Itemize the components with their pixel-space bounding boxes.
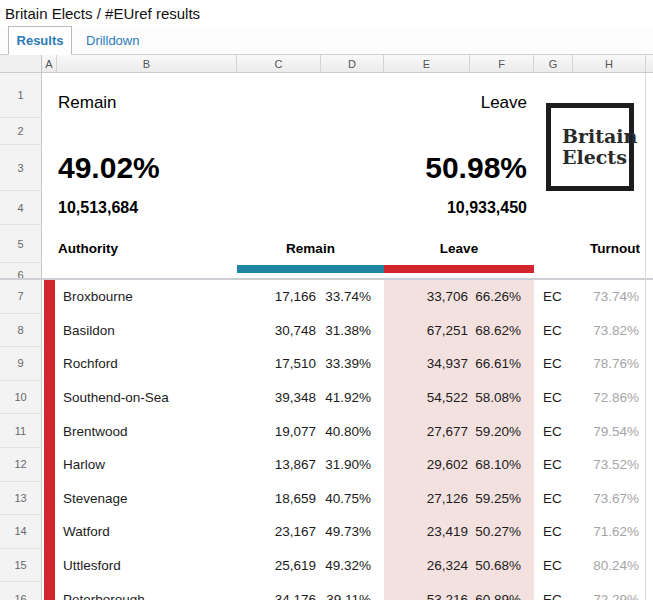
region-cell: EC [534, 448, 573, 482]
turnout-cell: 73.52% [573, 448, 646, 482]
red-indicator-bar [44, 482, 55, 516]
turnout-cell: 73.74% [573, 280, 646, 314]
turnout-cell: 73.67% [573, 482, 646, 516]
region-cell: EC [534, 280, 573, 314]
sheet-tab-strip: Results Drilldown [0, 26, 653, 55]
turnout-cell: 80.24% [573, 549, 646, 583]
region-cell: EC [534, 549, 573, 583]
remain-votes-total: 10,513,684 [58, 199, 138, 217]
table-row: 7 Broxbourne 17,166 33.74% 33,706 66.26%… [0, 280, 653, 314]
red-indicator-bar [44, 314, 55, 348]
right-gridline [645, 73, 646, 600]
remain-votes-cell: 17,166 [237, 280, 321, 314]
row-number: 4 [0, 191, 42, 225]
authority-indicator-cell [42, 347, 57, 381]
table-row: 15 Uttlesford 25,619 49.32% 26,324 50.68… [0, 549, 653, 583]
region-cell: EC [534, 381, 573, 415]
authority-cell: Stevenage [57, 482, 237, 516]
column-header-e: E [384, 55, 470, 72]
remain-votes-cell: 30,748 [237, 314, 321, 348]
empty-cell [646, 482, 653, 516]
sheet-titlebar: Britain Elects / #EUref results [0, 0, 653, 26]
empty-cell [646, 582, 653, 600]
authority-indicator-cell [42, 448, 57, 482]
page-title: Britain Elects / #EUref results [5, 5, 200, 22]
remain-pct-cell: 40.75% [321, 482, 384, 516]
remain-votes-cell: 19,077 [237, 414, 321, 448]
red-indicator-bar [44, 448, 55, 482]
table-body: 7 Broxbourne 17,166 33.74% 33,706 66.26%… [0, 280, 653, 600]
remain-votes-cell: 23,167 [237, 515, 321, 549]
column-header-row: A B C D E F G H [0, 55, 653, 73]
leave-pct-cell: 60.89% [470, 582, 534, 600]
authority-cell: Uttlesford [57, 549, 237, 583]
empty-cell [646, 515, 653, 549]
leave-votes-cell: 26,324 [384, 549, 470, 583]
remain-votes-cell: 18,659 [237, 482, 321, 516]
column-header-partial [646, 55, 653, 72]
red-indicator-bar [44, 549, 55, 583]
empty-cell [646, 381, 653, 415]
authority-indicator-cell [42, 314, 57, 348]
column-header-h: H [573, 55, 646, 72]
leave-pct-cell: 50.27% [470, 515, 534, 549]
leave-pct-cell: 68.10% [470, 448, 534, 482]
remain-label: Remain [58, 93, 117, 113]
leave-pct-cell: 66.26% [470, 280, 534, 314]
leave-votes-cell: 53,216 [384, 582, 470, 600]
remain-pct-cell: 41.92% [321, 381, 384, 415]
table-row: 16 Peterborough 34,176 39.11% 53,216 60.… [0, 582, 653, 600]
authority-cell: Southend-on-Sea [57, 381, 237, 415]
remain-votes-cell: 34,176 [237, 582, 321, 600]
authority-cell: Peterborough [57, 582, 237, 600]
leave-votes-cell: 67,251 [384, 314, 470, 348]
leave-pct-cell: 58.08% [470, 381, 534, 415]
turnout-cell: 79.54% [573, 414, 646, 448]
leave-votes-cell: 23,419 [384, 515, 470, 549]
table-row: 12 Harlow 13,867 31.90% 29,602 68.10% EC… [0, 448, 653, 482]
authority-indicator-cell [42, 482, 57, 516]
table-row: 13 Stevenage 18,659 40.75% 27,126 59.25%… [0, 482, 653, 516]
empty-cell [646, 414, 653, 448]
column-header-f: F [470, 55, 534, 72]
row-number: 5 [0, 225, 42, 263]
logo-line-1: Britain [562, 126, 629, 147]
authority-indicator-cell [42, 582, 57, 600]
leave-votes-cell: 33,706 [384, 280, 470, 314]
authority-indicator-cell [42, 381, 57, 415]
row-number: 3 [0, 145, 42, 191]
authority-cell: Broxbourne [57, 280, 237, 314]
column-header-g: G [534, 55, 573, 72]
remain-pct-cell: 31.90% [321, 448, 384, 482]
leave-votes-cell: 27,677 [384, 414, 470, 448]
remain-percent: 49.02% [58, 151, 160, 185]
tab-results[interactable]: Results [8, 26, 72, 55]
column-header-a: A [42, 55, 57, 72]
row-number: 16 [0, 582, 42, 600]
tab-drilldown[interactable]: Drilldown [72, 26, 153, 54]
column-header-d: D [321, 55, 384, 72]
empty-cell [646, 347, 653, 381]
table-row: 14 Watford 23,167 49.73% 23,419 50.27% E… [0, 515, 653, 549]
empty-cell [646, 314, 653, 348]
remain-pct-cell: 49.73% [321, 515, 384, 549]
table-row: 11 Brentwood 19,077 40.80% 27,677 59.20%… [0, 414, 653, 448]
authority-cell: Brentwood [57, 414, 237, 448]
empty-cell [646, 280, 653, 314]
row-number: 15 [0, 549, 42, 583]
empty-cell [646, 448, 653, 482]
table-row: 8 Basildon 30,748 31.38% 67,251 68.62% E… [0, 314, 653, 348]
red-indicator-bar [44, 280, 55, 314]
red-indicator-bar [44, 381, 55, 415]
leave-percent: 50.98% [425, 151, 527, 185]
authority-indicator-cell [42, 414, 57, 448]
row-number: 8 [0, 314, 42, 348]
authority-cell: Rochford [57, 347, 237, 381]
remain-votes-cell: 39,348 [237, 381, 321, 415]
red-indicator-bar [44, 414, 55, 448]
remain-votes-cell: 17,510 [237, 347, 321, 381]
remain-pct-cell: 40.80% [321, 414, 384, 448]
authority-indicator-cell [42, 549, 57, 583]
empty-cell [646, 549, 653, 583]
color-bar-row: 6 [0, 263, 653, 280]
